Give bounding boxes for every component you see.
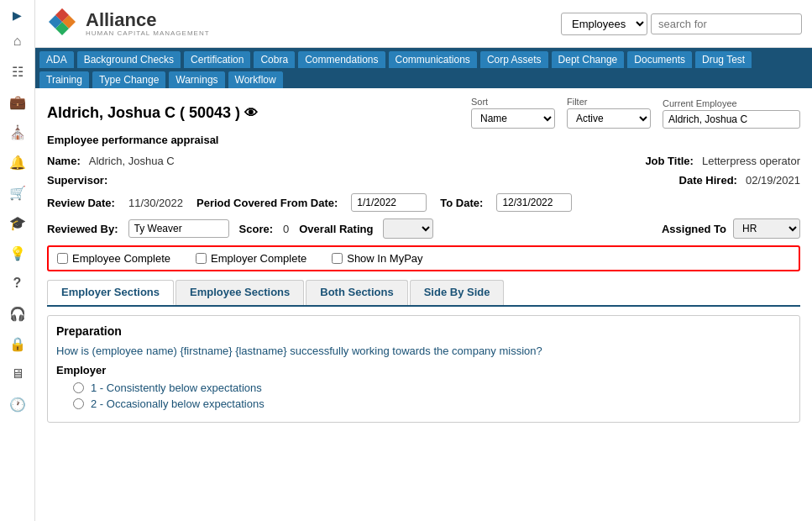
tab-type-change[interactable]: Type Change — [92, 71, 166, 88]
employees-dropdown[interactable]: Employees — [561, 13, 647, 35]
headphone-icon[interactable]: 🎧 — [5, 301, 30, 326]
preparation-section: Preparation How is (employee name) {firs… — [47, 315, 800, 423]
logo-area: Alliance HUMAN CAPITAL MANAGEMENT — [45, 7, 210, 40]
reviewed-by-label: Reviewed By: — [47, 223, 118, 235]
search-input[interactable] — [651, 13, 802, 34]
radio-option-2-label: 2 - Occasionally below expectations — [91, 397, 265, 410]
assigned-to-label: Assigned To — [662, 223, 726, 235]
tab-workflow[interactable]: Workflow — [228, 71, 284, 88]
checkbox-row: Employee Complete Employer Complete Show… — [47, 245, 800, 271]
filter-control: Filter Active — [567, 97, 651, 129]
radio-option-2: 2 - Occasionally below expectations — [56, 397, 791, 410]
employer-label: Employer — [56, 364, 791, 376]
current-employee-control: Current Employee — [663, 98, 800, 129]
sidebar-expand-arrow[interactable]: ▶ — [9, 7, 25, 24]
employee-controls: Sort Name Filter Active Current Employee — [471, 97, 800, 129]
name-label: Name: — [47, 155, 81, 167]
alliance-logo-icon — [45, 7, 79, 40]
employer-complete-label: Employer Complete — [211, 252, 306, 265]
employee-complete-checkbox[interactable] — [57, 253, 68, 264]
assigned-to-select[interactable]: HR — [733, 218, 800, 239]
jobtitle-group: Job Title: Letterpress operator — [645, 155, 800, 167]
section-tabs: Employer Sections Employee Sections Both… — [47, 280, 800, 307]
graduation-icon[interactable]: 🎓 — [5, 210, 30, 235]
overall-rating-label: Overall Rating — [299, 223, 373, 235]
tab-documents[interactable]: Documents — [626, 50, 693, 68]
preparation-title: Preparation — [56, 324, 791, 338]
search-area: Employees — [561, 13, 802, 35]
company-subtitle: HUMAN CAPITAL MANAGEMENT — [86, 29, 210, 37]
supervisor-label: Supervisor: — [47, 174, 107, 187]
tab-background-checks[interactable]: Background Checks — [76, 50, 181, 68]
monitor-icon[interactable]: 🖥 — [5, 361, 30, 387]
header: Alliance HUMAN CAPITAL MANAGEMENT Employ… — [35, 0, 812, 48]
question-icon[interactable]: ? — [5, 271, 30, 296]
date-hired-value: 02/19/2021 — [746, 174, 800, 187]
employer-complete-checkbox[interactable] — [196, 253, 207, 264]
tab-corp-assets[interactable]: Corp Assets — [479, 50, 549, 68]
clock-icon[interactable]: 🕐 — [5, 392, 30, 417]
show-mypay-label: Show In MyPay — [347, 252, 422, 265]
date-hired-label: Date Hired: — [679, 174, 737, 187]
supervisor-datehired-row: Supervisor: Date Hired: 02/19/2021 — [47, 174, 800, 187]
main-content: Alliance HUMAN CAPITAL MANAGEMENT Employ… — [35, 0, 812, 521]
tab-certification[interactable]: Certification — [183, 50, 251, 68]
filter-select[interactable]: Active — [567, 108, 651, 129]
cart-icon[interactable]: 🛒 — [5, 180, 30, 205]
name-value: Aldrich, Joshua C — [89, 155, 175, 167]
briefcase-icon[interactable]: 💼 — [5, 89, 30, 114]
tab-communications[interactable]: Communications — [388, 50, 478, 68]
tab-commendations[interactable]: Commendations — [297, 50, 385, 68]
radio-option-1-input[interactable] — [73, 382, 84, 393]
current-employee-label: Current Employee — [663, 98, 800, 108]
period-from-label: Period Covered From Date: — [196, 197, 338, 209]
to-date-label: To Date: — [440, 197, 483, 209]
employer-complete-item: Employer Complete — [196, 252, 306, 265]
review-date-value: 11/30/2022 — [128, 197, 183, 209]
score-label: Score: — [239, 223, 273, 235]
filter-label: Filter — [567, 97, 651, 107]
current-employee-input[interactable] — [663, 110, 800, 129]
bulb-icon[interactable]: 💡 — [5, 240, 30, 266]
lock-icon[interactable]: 🔒 — [5, 331, 30, 356]
sort-select[interactable]: Name — [471, 108, 555, 129]
content-area: Aldrich, Joshua C ( 50043 ) 👁 Sort Name … — [35, 88, 812, 521]
tab-employer-sections[interactable]: Employer Sections — [47, 280, 174, 305]
radio-option-1-label: 1 - Consistently below expectations — [91, 382, 262, 394]
tab-cobra[interactable]: Cobra — [253, 50, 296, 68]
review-date-row: Review Date: 11/30/2022 Period Covered F… — [47, 193, 800, 212]
job-title-label: Job Title: — [645, 155, 694, 167]
overall-rating-select[interactable] — [383, 218, 433, 239]
employee-complete-label: Employee Complete — [72, 252, 170, 265]
home-icon[interactable]: ⌂ — [5, 29, 30, 54]
building-icon[interactable]: ⛪ — [5, 119, 30, 145]
tab-drug-test[interactable]: Drug Test — [694, 50, 752, 68]
tab-ada[interactable]: ADA — [39, 50, 75, 68]
logo-text: Alliance HUMAN CAPITAL MANAGEMENT — [86, 11, 210, 37]
sort-control: Sort Name — [471, 97, 555, 129]
chart-icon[interactable]: ☷ — [5, 59, 30, 84]
tab-side-by-side[interactable]: Side By Side — [410, 280, 505, 305]
nav-row-1: ADA Background Checks Certification Cobr… — [35, 48, 812, 68]
bell-icon[interactable]: 🔔 — [5, 150, 30, 175]
tab-warnings[interactable]: Warnings — [168, 71, 225, 88]
nav-tabs: ADA Background Checks Certification Cobr… — [35, 48, 812, 88]
period-from-input[interactable] — [351, 193, 427, 212]
tab-dept-change[interactable]: Dept Change — [551, 50, 626, 68]
tab-employee-sections[interactable]: Employee Sections — [175, 280, 304, 305]
employee-header: Aldrich, Joshua C ( 50043 ) 👁 Sort Name … — [47, 97, 800, 129]
preparation-question: How is (employee name) {firstname} {last… — [56, 345, 791, 357]
score-value: 0 — [283, 223, 289, 235]
reviewed-by-input[interactable] — [128, 219, 229, 238]
tab-both-sections[interactable]: Both Sections — [306, 280, 407, 305]
show-mypay-checkbox[interactable] — [332, 253, 343, 264]
to-date-input[interactable] — [496, 193, 572, 212]
eye-icon[interactable]: 👁 — [244, 106, 258, 120]
tab-training[interactable]: Training — [39, 71, 90, 88]
show-mypay-item: Show In MyPay — [332, 252, 422, 265]
radio-option-2-input[interactable] — [73, 398, 84, 409]
employee-name: Aldrich, Joshua C ( 50043 ) 👁 — [47, 104, 258, 122]
sidebar: ▶ ⌂ ☷ 💼 ⛪ 🔔 🛒 🎓 💡 ? 🎧 🔒 🖥 🕐 — [0, 0, 35, 521]
name-jobtitle-row: Name: Aldrich, Joshua C Job Title: Lette… — [47, 155, 800, 167]
employee-complete-item: Employee Complete — [57, 252, 170, 265]
